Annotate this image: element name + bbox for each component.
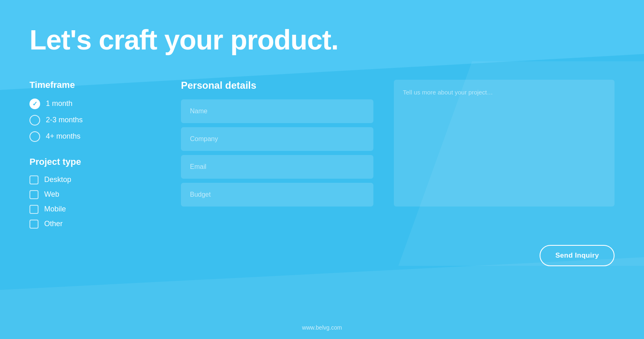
- radio-circle-1month[interactable]: [29, 99, 40, 109]
- checkbox-desktop[interactable]: [29, 175, 38, 184]
- radio-item-4plus[interactable]: 4+ months: [29, 131, 148, 142]
- timeframe-section-title: Timeframe: [29, 80, 148, 90]
- checkbox-item-desktop[interactable]: Desktop: [29, 175, 148, 184]
- radio-label-4plus: 4+ months: [46, 132, 81, 141]
- checkbox-other[interactable]: [29, 220, 38, 229]
- page-title: Let's craft your product.: [29, 25, 615, 55]
- checkbox-mobile[interactable]: [29, 205, 38, 214]
- main-content: Timeframe 1 month 2-3 months 4+ months P…: [29, 80, 615, 229]
- radio-item-2-3months[interactable]: 2-3 months: [29, 115, 148, 126]
- company-input[interactable]: [181, 127, 373, 151]
- personal-details-title: Personal details: [181, 80, 373, 91]
- form-fields: [181, 99, 373, 207]
- email-input[interactable]: [181, 155, 373, 179]
- checkbox-web[interactable]: [29, 190, 38, 199]
- name-input[interactable]: [181, 99, 373, 123]
- checkbox-label-mobile: Mobile: [44, 205, 66, 213]
- send-inquiry-button[interactable]: Send Inquiry: [540, 245, 615, 266]
- right-column: [386, 80, 615, 208]
- project-type-checkbox-group: Desktop Web Mobile Other: [29, 175, 148, 229]
- radio-circle-2-3months[interactable]: [29, 115, 40, 126]
- checkbox-label-desktop: Desktop: [44, 175, 71, 184]
- left-column: Timeframe 1 month 2-3 months 4+ months P…: [29, 80, 148, 229]
- middle-column: Personal details: [148, 80, 386, 207]
- footer-url: www.belvg.com: [302, 324, 342, 331]
- checkbox-label-web: Web: [44, 190, 59, 199]
- radio-label-1month: 1 month: [46, 99, 72, 108]
- radio-circle-4plus[interactable]: [29, 131, 40, 142]
- timeframe-radio-group: 1 month 2-3 months 4+ months: [29, 99, 148, 142]
- project-type-section-title: Project type: [29, 157, 148, 167]
- send-button-container: Send Inquiry: [29, 245, 615, 266]
- checkbox-item-mobile[interactable]: Mobile: [29, 205, 148, 214]
- radio-item-1month[interactable]: 1 month: [29, 99, 148, 109]
- project-description-textarea[interactable]: [394, 80, 615, 207]
- checkbox-item-other[interactable]: Other: [29, 220, 148, 229]
- radio-label-2-3months: 2-3 months: [46, 116, 83, 124]
- budget-input[interactable]: [181, 183, 373, 207]
- checkbox-label-other: Other: [44, 220, 63, 228]
- checkbox-item-web[interactable]: Web: [29, 190, 148, 199]
